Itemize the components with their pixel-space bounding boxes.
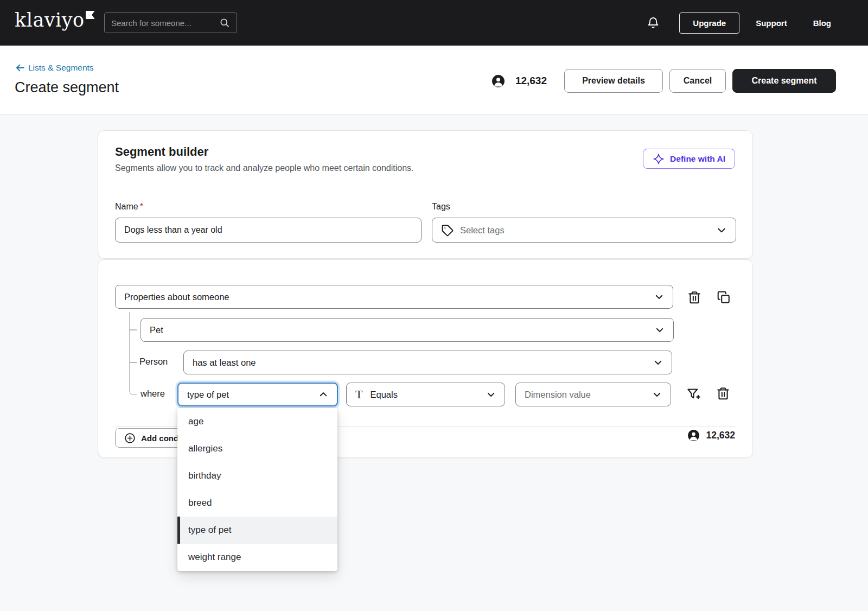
notifications-bell-icon[interactable]: [647, 16, 660, 29]
segment-builder-subtitle: Segments allow you to track and analyze …: [115, 163, 414, 173]
profile-count-value: 12,632: [515, 75, 547, 87]
top-nav: klaviyo Upgrade Support Blog: [0, 0, 868, 46]
support-link[interactable]: Support: [756, 18, 787, 28]
search-input[interactable]: [111, 18, 219, 28]
dimension-value: type of pet: [187, 390, 229, 400]
dropdown-option-breed[interactable]: breed: [177, 489, 337, 517]
required-asterisk: *: [140, 202, 143, 211]
chevron-up-icon: [318, 390, 328, 399]
chevron-down-icon: [654, 292, 664, 302]
tags-select[interactable]: Select tags: [432, 218, 736, 243]
quantifier-value: has at least one: [193, 358, 256, 368]
tag-icon: [441, 224, 454, 237]
page-title: Create segment: [15, 79, 119, 96]
preview-details-button[interactable]: Preview details: [564, 69, 663, 93]
condition-tree-connector: [129, 312, 137, 395]
dropdown-option-allergies[interactable]: allergies: [177, 435, 337, 462]
person-icon: [687, 429, 700, 442]
segment-builder-card: Segment builder Segments allow you to tr…: [98, 130, 753, 259]
blog-link[interactable]: Blog: [813, 18, 831, 28]
back-arrow-icon: [15, 63, 25, 73]
property-value: Pet: [150, 325, 163, 335]
klaviyo-logo[interactable]: klaviyo: [15, 10, 95, 31]
page-header: Lists & Segments Create segment 12,632 P…: [0, 46, 868, 115]
tree-tick-person: [130, 362, 137, 363]
condition-profile-count: 12,632: [687, 429, 735, 442]
segment-name-input[interactable]: [115, 218, 422, 243]
chevron-down-icon: [655, 325, 665, 335]
dimension-value-placeholder: Dimension value: [525, 390, 591, 400]
duplicate-condition-icon[interactable]: [717, 290, 731, 304]
segment-profile-count: 12,632: [492, 74, 547, 88]
operator-select[interactable]: T Equals: [346, 383, 505, 406]
plus-circle-icon: [124, 432, 136, 444]
person-label: Person: [139, 357, 168, 367]
chevron-down-icon: [486, 390, 496, 399]
tags-field-label: Tags: [432, 202, 450, 212]
define-with-ai-button[interactable]: Define with AI: [643, 149, 735, 169]
dropdown-option-type-of-pet[interactable]: type of pet: [177, 517, 337, 544]
dimension-options-dropdown: age allergies birthday breed type of pet…: [177, 408, 337, 571]
tree-tick-pet: [130, 329, 137, 330]
add-filter-icon[interactable]: [686, 387, 700, 401]
back-link-label: Lists & Segments: [28, 63, 94, 73]
text-type-icon: T: [355, 387, 362, 402]
delete-row-icon[interactable]: [716, 386, 730, 400]
nav-right-cluster: Upgrade Support Blog: [647, 0, 831, 46]
search-icon: [219, 17, 230, 28]
segment-builder-title: Segment builder: [115, 145, 208, 159]
condition-category-select[interactable]: Properties about someone: [115, 285, 673, 309]
cancel-button[interactable]: Cancel: [669, 69, 726, 93]
chevron-down-icon: [652, 390, 662, 399]
property-select[interactable]: Pet: [141, 318, 674, 342]
tags-placeholder: Select tags: [460, 225, 505, 236]
person-icon: [492, 74, 505, 88]
quantifier-select[interactable]: has at least one: [183, 351, 672, 374]
dropdown-option-weight-range[interactable]: weight range: [177, 544, 337, 571]
dimension-value-select[interactable]: Dimension value: [515, 383, 671, 406]
name-label-text: Name: [115, 202, 138, 211]
condition-category-value: Properties about someone: [124, 292, 229, 302]
sparkle-icon: [653, 153, 665, 165]
chevron-down-icon: [716, 225, 727, 236]
create-segment-button[interactable]: Create segment: [732, 69, 836, 93]
klaviyo-flag-icon: [86, 11, 95, 19]
define-with-ai-label: Define with AI: [670, 154, 725, 164]
logo-wordmark: klaviyo: [15, 10, 85, 31]
chevron-down-icon: [653, 358, 663, 367]
operator-value: Equals: [370, 390, 397, 400]
upgrade-button[interactable]: Upgrade: [679, 12, 739, 34]
dimension-select[interactable]: type of pet: [177, 383, 338, 406]
dropdown-option-birthday[interactable]: birthday: [177, 462, 337, 489]
back-to-lists-segments-link[interactable]: Lists & Segments: [15, 63, 94, 73]
global-search[interactable]: [104, 12, 237, 33]
delete-condition-icon[interactable]: [687, 290, 701, 304]
condition-count-value: 12,632: [706, 430, 735, 441]
where-label: where: [141, 389, 165, 399]
header-actions: 12,632 Preview details Cancel Create seg…: [492, 69, 836, 93]
name-field-label: Name*: [115, 202, 143, 212]
dropdown-option-age[interactable]: age: [177, 408, 337, 435]
